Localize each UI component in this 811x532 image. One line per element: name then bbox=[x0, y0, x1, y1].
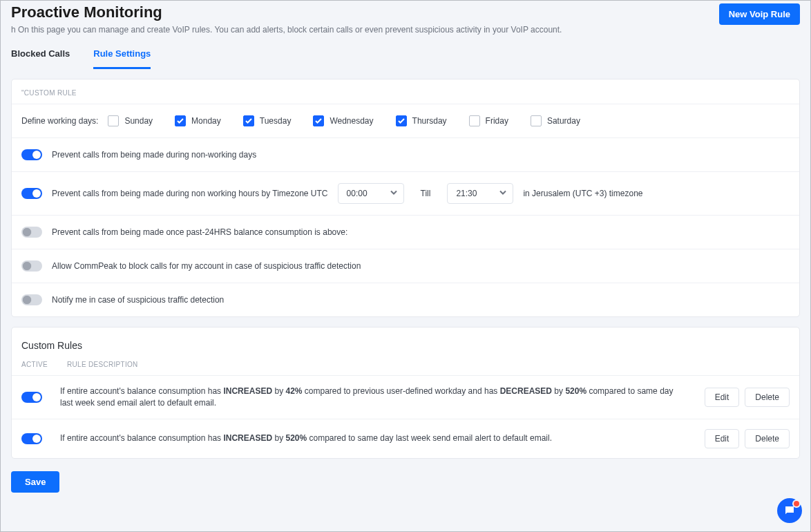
rule-text: If entire account's balance consumption … bbox=[60, 386, 223, 396]
toggle-balance[interactable] bbox=[21, 227, 42, 238]
rule-text: compared to same day last week send emai… bbox=[307, 433, 552, 443]
checkbox-sunday[interactable] bbox=[108, 115, 119, 126]
rule-row: If entire account's balance consumption … bbox=[12, 419, 799, 458]
toggle-row-balance: Prevent calls from being made once past-… bbox=[12, 215, 799, 249]
rule-toggle[interactable] bbox=[21, 392, 42, 403]
chevron-down-icon bbox=[390, 189, 398, 199]
notification-dot-icon bbox=[792, 500, 801, 508]
custom-rules-list-card: Custom Rules ACTIVE RULE DESCRIPTION If … bbox=[11, 327, 800, 459]
day-sunday[interactable]: Sunday bbox=[108, 115, 153, 126]
rule-toggle[interactable] bbox=[21, 433, 42, 444]
rule-description: If entire account's balance consumption … bbox=[60, 433, 687, 444]
timezone-note: in Jerusalem (UTC +3) timezone bbox=[523, 189, 642, 198]
checkbox-tuesday[interactable] bbox=[243, 115, 254, 126]
time-to-value: 21:30 bbox=[456, 189, 477, 198]
tabs: Blocked Calls Rule Settings bbox=[1, 43, 810, 69]
delete-button[interactable]: Delete bbox=[745, 429, 790, 448]
rule-text: 520% bbox=[285, 433, 307, 443]
day-monday[interactable]: Monday bbox=[175, 115, 221, 126]
rule-text: by bbox=[552, 386, 565, 396]
checkbox-thursday[interactable] bbox=[396, 115, 407, 126]
rule-description: If entire account's balance consumption … bbox=[60, 386, 687, 409]
day-monday-label: Monday bbox=[191, 116, 221, 126]
checkbox-wednesday[interactable] bbox=[313, 115, 324, 126]
col-description: RULE DESCRIPTION bbox=[67, 361, 138, 368]
define-working-days-label: Define working days: bbox=[21, 116, 98, 126]
new-voip-rule-button[interactable]: New Voip Rule bbox=[719, 3, 800, 25]
day-friday[interactable]: Friday bbox=[469, 115, 508, 126]
toggle-balance-label: Prevent calls from being made once past-… bbox=[52, 227, 347, 237]
time-from-value: 00:00 bbox=[347, 189, 368, 198]
rule-text: by bbox=[272, 433, 285, 443]
rule-text: 520% bbox=[565, 386, 586, 396]
checkbox-friday[interactable] bbox=[469, 115, 480, 126]
toggle-nonworking-hours-label: Prevent calls from being made during non… bbox=[52, 189, 328, 198]
svg-point-2 bbox=[792, 509, 793, 511]
day-wednesday-label: Wednesday bbox=[330, 116, 373, 126]
svg-point-0 bbox=[788, 509, 789, 511]
toggle-block-suspicious-label: Allow CommPeak to block calls for my acc… bbox=[52, 261, 361, 271]
working-days-row: Define working days: Sunday Monday Tuesd… bbox=[12, 104, 799, 137]
rule-text: compared to previous user-defined workda… bbox=[303, 386, 500, 396]
toggle-row-notify-suspicious: Notify me in case of suspicious traffic … bbox=[12, 283, 799, 316]
day-thursday-label: Thursday bbox=[412, 116, 447, 126]
rule-text: If entire account's balance consumption … bbox=[60, 433, 223, 443]
day-saturday[interactable]: Saturday bbox=[531, 115, 580, 126]
day-tuesday[interactable]: Tuesday bbox=[243, 115, 292, 126]
toggle-row-nonworking-days: Prevent calls from being made during non… bbox=[12, 137, 799, 171]
save-button[interactable]: Save bbox=[11, 471, 59, 493]
toggle-nonworking-days[interactable] bbox=[21, 149, 42, 160]
tab-blocked-calls[interactable]: Blocked Calls bbox=[11, 43, 70, 68]
time-from-select[interactable]: 00:00 bbox=[338, 183, 404, 204]
day-saturday-label: Saturday bbox=[547, 116, 580, 126]
toggle-block-suspicious[interactable] bbox=[21, 260, 42, 272]
custom-rule-section-label: "Custom Rule bbox=[12, 79, 799, 104]
help-fab[interactable] bbox=[777, 498, 802, 523]
edit-button[interactable]: Edit bbox=[705, 388, 740, 407]
page-description: h On this page you can manage and create… bbox=[1, 25, 810, 43]
toggle-notify-suspicious-label: Notify me in case of suspicious traffic … bbox=[52, 295, 224, 305]
rule-text: DECREASED bbox=[500, 386, 552, 396]
day-friday-label: Friday bbox=[486, 116, 508, 126]
rule-row: If entire account's balance consumption … bbox=[12, 375, 799, 419]
custom-rules-title: Custom Rules bbox=[12, 327, 799, 357]
rule-text: INCREASED bbox=[223, 386, 272, 396]
day-thursday[interactable]: Thursday bbox=[396, 115, 447, 126]
toggle-nonworking-hours[interactable] bbox=[21, 188, 42, 199]
day-wednesday[interactable]: Wednesday bbox=[313, 115, 373, 126]
toggle-row-nonworking-hours: Prevent calls from being made during non… bbox=[12, 171, 799, 215]
svg-point-1 bbox=[790, 509, 791, 511]
checkbox-saturday[interactable] bbox=[531, 115, 542, 126]
time-to-select[interactable]: 21:30 bbox=[447, 183, 513, 204]
rule-text: INCREASED bbox=[223, 433, 272, 443]
rule-text: 42% bbox=[285, 386, 302, 396]
toggle-notify-suspicious[interactable] bbox=[21, 294, 42, 305]
toggle-nonworking-days-label: Prevent calls from being made during non… bbox=[52, 150, 256, 160]
toggle-row-block-suspicious: Allow CommPeak to block calls for my acc… bbox=[12, 249, 799, 283]
delete-button[interactable]: Delete bbox=[745, 388, 790, 407]
till-label: Till bbox=[414, 189, 438, 198]
page-title: Proactive Monitoring bbox=[11, 3, 162, 21]
day-sunday-label: Sunday bbox=[124, 116, 153, 126]
checkbox-monday[interactable] bbox=[175, 115, 186, 126]
desc-prefix: h bbox=[11, 25, 16, 35]
rules-table-header: ACTIVE RULE DESCRIPTION bbox=[12, 357, 799, 375]
desc-text: On this page you can manage and create V… bbox=[18, 25, 562, 35]
custom-rule-card: "Custom Rule Define working days: Sunday… bbox=[11, 79, 800, 317]
rule-text: by bbox=[272, 386, 285, 396]
day-tuesday-label: Tuesday bbox=[260, 116, 292, 126]
col-active: ACTIVE bbox=[21, 361, 46, 368]
tab-rule-settings[interactable]: Rule Settings bbox=[93, 43, 151, 69]
edit-button[interactable]: Edit bbox=[705, 429, 740, 448]
chevron-down-icon bbox=[499, 189, 507, 199]
